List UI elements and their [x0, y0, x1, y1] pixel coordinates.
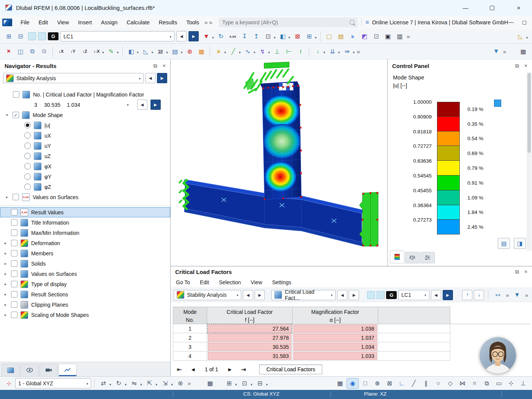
grid-toggle-icon[interactable]: ▦: [334, 378, 346, 388]
radio-uy[interactable]: [24, 142, 31, 149]
regenerate-icon[interactable]: ⊛: [175, 378, 186, 388]
workplane-icon[interactable]: ▭: [493, 378, 505, 388]
object-snap-icon[interactable]: ⊡: [239, 378, 250, 388]
menu-settings[interactable]: Settings: [272, 279, 291, 285]
last-page-icon[interactable]: ⇥: [238, 364, 249, 374]
visibility-chip-icon[interactable]: [367, 291, 375, 299]
minimize-button[interactable]: —: [452, 0, 479, 15]
cross-snap-icon[interactable]: ⊗: [372, 378, 383, 388]
nav-item-values-on-surfaces[interactable]: ▸ Values on Surfaces: [0, 269, 170, 279]
radio-row-uz[interactable]: uZ: [0, 151, 170, 161]
visibility-chip-icon[interactable]: [377, 291, 385, 299]
spline-tool-icon[interactable]: ∿: [242, 46, 253, 56]
expand-icon[interactable]: ▸: [3, 251, 8, 255]
menu-view[interactable]: View: [52, 15, 73, 29]
clf-cell[interactable]: 27.564: [207, 324, 293, 333]
support-tool-icon[interactable]: ⊥: [271, 46, 283, 56]
result-values-icon[interactable]: x.xx: [227, 32, 239, 41]
radio-uz[interactable]: [24, 153, 31, 159]
mode-shape-row[interactable]: ▾ ✓ Mode Shape: [0, 110, 170, 120]
nav-item-result-sections[interactable]: ▸ Result Sections: [0, 289, 170, 299]
radio-row-phix[interactable]: φX: [0, 161, 170, 171]
menu-results[interactable]: Results: [154, 15, 182, 29]
spring-tool-icon[interactable]: ≀: [295, 46, 306, 56]
next-page-icon[interactable]: ▶: [224, 364, 236, 374]
mode-header-row[interactable]: No. | Critical Load Factor | Magnificati…: [0, 89, 170, 100]
min-result-icon[interactable]: ↧: [239, 32, 250, 41]
rendering-icon[interactable]: ◩: [359, 32, 370, 41]
item-checkbox[interactable]: [11, 250, 17, 256]
save-icon[interactable]: ▣: [382, 32, 394, 41]
mag-cell[interactable]: 1.034: [293, 342, 378, 352]
panel-options-button[interactable]: ▤: [498, 238, 510, 249]
chevron-down-icon[interactable]: ▾: [274, 36, 276, 40]
float-panel-icon[interactable]: ⧉: [154, 63, 157, 69]
rotate-icon[interactable]: ↻: [113, 378, 125, 388]
column-header-mode[interactable]: ModeNo.: [173, 307, 207, 324]
nav-item-members[interactable]: ▸ Members: [0, 248, 170, 258]
circle-snap-icon[interactable]: ○: [432, 378, 444, 388]
chevron-down-icon[interactable]: ▾: [166, 51, 168, 54]
next-lc-button[interactable]: ▶: [443, 290, 453, 300]
polyline-tool-icon[interactable]: ↯: [257, 46, 268, 56]
menu-overflow-icon[interactable]: »: [204, 19, 208, 25]
result-table-icon[interactable]: ⊡: [263, 32, 274, 41]
chevron-down-icon[interactable]: ▾: [253, 51, 255, 54]
chevron-down-icon[interactable]: ▾: [323, 51, 325, 54]
extend-z-icon[interactable]: ↕Z: [79, 46, 90, 56]
load-case-manager-icon[interactable]: ⊟: [15, 32, 26, 41]
extend-y-icon[interactable]: ↕Y: [67, 46, 79, 56]
radio-phiz[interactable]: [24, 184, 31, 190]
new-project-icon[interactable]: ▢: [323, 32, 335, 41]
toolbar-overflow-icon[interactable]: »: [406, 33, 410, 40]
nodal-load-icon[interactable]: ↓: [312, 46, 323, 56]
expand-icon[interactable]: ▸: [3, 302, 8, 307]
hinge-tool-icon[interactable]: ⊢: [283, 46, 294, 56]
mode-number-cell[interactable]: 3: [173, 342, 207, 352]
values-display-icon[interactable]: x.x: [492, 290, 504, 300]
nav-item-deformation[interactable]: ▸ Deformation: [0, 238, 170, 248]
format-painter-icon[interactable]: ✎: [106, 46, 117, 56]
new-load-case-table-icon[interactable]: ⊞: [3, 32, 14, 41]
surface-tool-icon[interactable]: ◺: [140, 46, 152, 56]
grid-settings-icon[interactable]: ⊞: [223, 378, 235, 388]
delete-icon[interactable]: ×: [3, 46, 14, 56]
wall-tool-icon[interactable]: ▦: [196, 46, 207, 56]
next-result-button[interactable]: ▶: [349, 290, 359, 300]
chevron-down-icon[interactable]: ▾: [140, 383, 142, 386]
menu-insert[interactable]: Insert: [74, 15, 97, 29]
values-on-surfaces-row[interactable]: ▸ x,xx Values on Surfaces: [0, 192, 170, 202]
mode-header-checkbox[interactable]: [13, 91, 19, 98]
item-checkbox[interactable]: [11, 301, 17, 308]
clf-cell[interactable]: 30.535: [207, 342, 293, 352]
copy-icon[interactable]: ⧉: [27, 46, 38, 56]
clf-cell[interactable]: 31.583: [207, 352, 293, 361]
nav-item-type-of-display[interactable]: ▸ Type of display: [0, 279, 170, 289]
ortho-toggle-icon[interactable]: □: [359, 378, 371, 388]
license-info[interactable]: ≡ Online License 7 | Irena Kirova | Dlub…: [366, 19, 508, 26]
3d-viewport[interactable]: [171, 59, 388, 266]
nav-item-result-values[interactable]: x,xx Result Values: [0, 207, 170, 217]
chevron-down-icon[interactable]: ▾: [235, 383, 237, 386]
result-type-select[interactable]: Critical Load Fact... ▾: [271, 290, 336, 300]
chevron-down-icon[interactable]: ▾: [338, 51, 340, 54]
menu-tools[interactable]: Tools: [182, 15, 204, 29]
mag-cell[interactable]: 1.033: [293, 352, 378, 361]
close-panel-icon[interactable]: ×: [524, 269, 527, 275]
previous-result-button[interactable]: ◀: [337, 290, 347, 300]
selection-pointer-icon[interactable]: ◺: [515, 32, 526, 41]
fe-mesh-icon[interactable]: ⊛: [184, 46, 195, 56]
chevron-down-icon[interactable]: ▾: [212, 36, 214, 40]
search-input[interactable]: [222, 19, 347, 26]
box-snap-icon[interactable]: ⊠: [384, 378, 395, 388]
keyword-search[interactable]: [218, 17, 358, 27]
align-icon[interactable]: ⇱: [144, 378, 155, 388]
max-result-icon[interactable]: ↥: [251, 32, 262, 41]
previous-table-button[interactable]: ◀: [243, 290, 253, 300]
line-tool-icon[interactable]: ╱: [228, 46, 239, 56]
filter-results-icon[interactable]: ▼: [201, 32, 212, 41]
mode-number-cell[interactable]: 2: [173, 333, 207, 342]
nav-item-maxmin-information[interactable]: Max/Min Information: [0, 228, 170, 238]
nav-item-clipping-planes[interactable]: ▸ Clipping Planes: [0, 299, 170, 310]
values-on-surfaces-checkbox[interactable]: [13, 194, 19, 200]
